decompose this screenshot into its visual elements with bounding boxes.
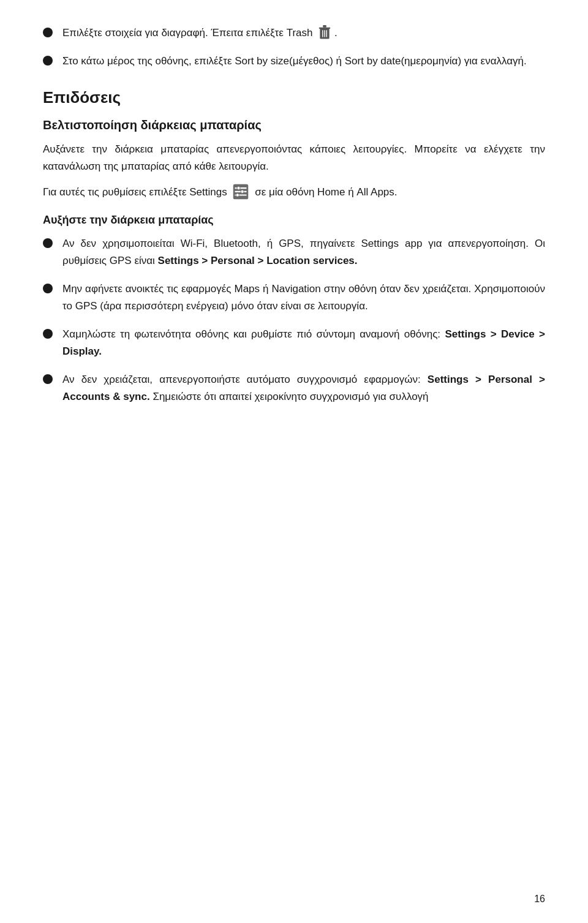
paragraph2-before-icon: Για αυτές τις ρυθμίσεις επιλέξτε Setting… [43,186,227,198]
bullet-text-inc1: Αν δεν χρησιμοποιείται Wi-Fi, Bluetooth,… [62,235,545,269]
bullet-dot-inc4 [43,374,53,384]
svg-point-12 [236,194,239,197]
increase-bullets: Αν δεν χρησιμοποιείται Wi-Fi, Bluetooth,… [43,235,545,405]
bullet-dot-inc3 [43,329,53,339]
page-number: 16 [534,894,545,905]
battery-paragraph2: Για αυτές τις ρυθμίσεις επιλέξτε Setting… [43,184,545,202]
bullet-dot-inc2 [43,284,53,293]
increase-bullet-1: Αν δεν χρησιμοποιείται Wi-Fi, Bluetooth,… [43,235,545,269]
svg-rect-1 [319,27,330,28]
svg-rect-7 [235,187,247,189]
bullet-dot-1 [43,28,53,37]
bullet-dot-2 [43,56,53,66]
inc-bullet4-part3: Σημειώστε ότι απαιτεί χειροκίνητο συγχρο… [150,391,429,402]
increase-battery-title: Αυξήστε την διάρκεια μπαταρίας [43,214,545,227]
svg-rect-2 [323,25,326,28]
settings-icon [232,183,249,200]
svg-point-11 [241,190,244,193]
bullet-text-inc2: Μην αφήνετε ανοικτές τις εφαρμογές Maps … [62,281,545,315]
bullet-text-inc3: Χαμηλώστε τη φωτεινότητα οθόνης και ρυθμ… [62,326,545,360]
page-container: Επιλέξτε στοιχεία για διαγραφή. Έπειτα ε… [0,0,588,923]
bullet-item-2: Στο κάτω μέρος της οθόνης, επιλέξτε Sort… [43,53,545,70]
increase-bullet-2: Μην αφήνετε ανοικτές τις εφαρμογές Maps … [43,281,545,315]
top-bullets-section: Επιλέξτε στοιχεία για διαγραφή. Έπειτα ε… [43,24,545,70]
performances-section: Επιδόσεις Βελτιστοποίηση διάρκειας μπατα… [43,88,545,405]
battery-paragraph1: Αυξάνετε την διάρκεια μπαταρίας απενεργο… [43,141,545,175]
increase-bullet-4: Αν δεν χρειάζεται, απενεργοποιήστε αυτόμ… [43,371,545,405]
trash-icon [318,25,331,40]
paragraph2-after-icon: σε μία οθόνη Home ή All Apps. [255,186,397,198]
increase-battery-subsection: Αυξήστε την διάρκεια μπαταρίας Αν δεν χρ… [43,214,545,405]
bullet1-text-before: Επιλέξτε στοιχεία για διαγραφή. Έπειτα ε… [62,27,312,39]
performances-title: Επιδόσεις [43,88,545,107]
bullet-text-1: Επιλέξτε στοιχεία για διαγραφή. Έπειτα ε… [62,24,545,42]
svg-point-10 [237,186,240,189]
inc-bullet1-part2: Settings > Personal > Location services. [158,255,358,266]
increase-bullet-3: Χαμηλώστε τη φωτεινότητα οθόνης και ρυθμ… [43,326,545,360]
battery-optimization-title: Βελτιστοποίηση διάρκειας μπαταρίας [43,118,545,132]
inc-bullet3-part1: Χαμηλώστε τη φωτεινότητα οθόνης και ρυθμ… [62,328,445,340]
inc-bullet4-part1: Αν δεν χρειάζεται, απενεργοποιήστε αυτόμ… [62,374,428,385]
bullet-item-1: Επιλέξτε στοιχεία για διαγραφή. Έπειτα ε… [43,24,545,42]
battery-optimization-subsection: Βελτιστοποίηση διάρκειας μπαταρίας Αυξάν… [43,118,545,202]
bullet-text-2: Στο κάτω μέρος της οθόνης, επιλέξτε Sort… [62,53,545,70]
bullet-text-inc4: Αν δεν χρειάζεται, απενεργοποιήστε αυτόμ… [62,371,545,405]
bullet-dot-inc1 [43,238,53,248]
